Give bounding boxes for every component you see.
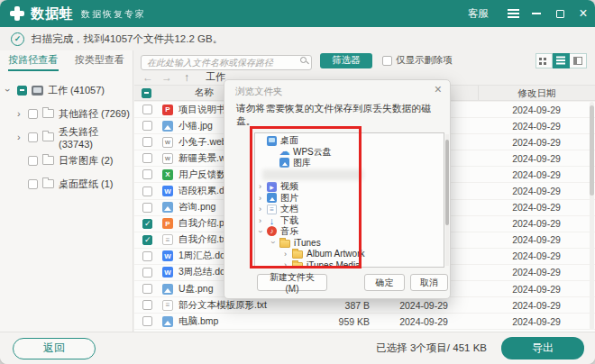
expand-arrow-icon[interactable] — [259, 182, 267, 191]
list-view-button[interactable] — [553, 53, 570, 68]
folder-tree-item[interactable]: 下载 — [255, 214, 444, 225]
folder-tree-item[interactable]: iTunes — [255, 237, 444, 248]
support-button[interactable]: 客服 — [468, 7, 489, 21]
expand-arrow-icon[interactable] — [17, 178, 27, 189]
file-row[interactable]: 电脑.bmp 959 KB 2024-09-29 2024-09-29 — [134, 314, 595, 330]
breadcrumb[interactable]: 工作 — [206, 70, 225, 84]
row-checkbox[interactable] — [142, 137, 152, 147]
webp-icon — [162, 153, 173, 164]
titlebar: 数据蛙 数据恢复专家 客服 × — [0, 0, 595, 27]
sidebar-tree-item[interactable]: 桌面壁纸 (1) — [0, 172, 133, 196]
deleted-only-toggle[interactable]: 仅显示删除项 — [382, 54, 453, 67]
expand-arrow-icon[interactable] — [284, 250, 292, 259]
menu-button[interactable] — [501, 0, 525, 27]
expand-arrow-icon[interactable] — [271, 238, 279, 247]
expand-arrow-icon[interactable] — [259, 216, 267, 225]
tree-checkbox[interactable] — [28, 156, 38, 166]
file-list-scrollbar[interactable] — [590, 102, 594, 330]
file-modified-date: 2024-09-29 — [478, 218, 595, 229]
folder-tree-item[interactable]: WPS云盘 — [255, 146, 444, 157]
row-checkbox[interactable] — [142, 121, 152, 131]
row-checkbox[interactable] — [142, 203, 152, 213]
folder-tree-item[interactable]: 图库 — [255, 158, 444, 168]
row-checkbox[interactable] — [142, 300, 152, 310]
grid-view-button[interactable] — [536, 53, 553, 68]
tree-checkbox[interactable] — [28, 132, 38, 142]
file-modified-date: 2024-09-29 — [478, 250, 595, 261]
expand-arrow-icon[interactable] — [271, 159, 279, 168]
expand-arrow-icon[interactable] — [259, 194, 267, 203]
ok-button[interactable]: 确定 — [364, 274, 405, 291]
minimize-button[interactable] — [525, 0, 548, 27]
cancel-button[interactable]: 取消 — [410, 274, 448, 291]
folder-tree-item[interactable]: 音乐 — [255, 226, 444, 237]
folder-tree-item[interactable]: 文档 — [255, 204, 444, 214]
png-icon — [162, 284, 173, 295]
expand-arrow-icon[interactable] — [17, 132, 27, 142]
folder-tree-item[interactable]: Album Artwork — [255, 249, 444, 259]
folder-tree-item[interactable]: 图片 — [255, 193, 444, 204]
tab-view-by-type[interactable]: 按类型查看 — [67, 50, 133, 71]
columns-view-button[interactable] — [570, 53, 587, 68]
tree-checkbox[interactable] — [17, 86, 27, 96]
dialog-close-icon[interactable]: × — [435, 82, 442, 96]
sidebar-tree-item[interactable]: 日常图库 (2) — [0, 149, 133, 172]
back-arrow-icon[interactable]: ← — [142, 71, 153, 84]
row-checkbox[interactable] — [142, 268, 152, 278]
back-button[interactable]: 返回 — [13, 338, 96, 359]
row-checkbox[interactable] — [142, 235, 152, 245]
tree-item-label: 其他路径 (7269) — [59, 107, 130, 121]
expand-arrow-icon[interactable] — [6, 85, 16, 96]
expand-arrow-icon[interactable] — [17, 155, 27, 166]
select-all-checkbox[interactable] — [142, 88, 151, 98]
row-checkbox[interactable] — [142, 105, 152, 114]
forward-arrow-icon[interactable]: → — [161, 71, 172, 84]
tree-checkbox[interactable] — [28, 109, 38, 119]
gallery-icon — [279, 158, 289, 168]
sidebar-tree-item[interactable]: 其他路径 (7269) — [0, 102, 133, 125]
columns-view-icon — [573, 57, 582, 65]
expand-arrow-icon[interactable] — [284, 260, 292, 268]
expand-arrow-icon[interactable] — [259, 227, 267, 236]
music-icon — [267, 226, 277, 236]
row-checkbox[interactable] — [142, 251, 152, 261]
dialog-scrollbar[interactable] — [445, 134, 449, 266]
expand-arrow-icon[interactable] — [259, 205, 267, 214]
sidebar-tree-item[interactable]: 工作 (41057) — [0, 78, 133, 102]
tab-view-by-path[interactable]: 按路径查看 — [0, 50, 67, 71]
sidebar-tree-item[interactable]: 丢失路径 (33743) — [0, 125, 133, 149]
new-folder-button[interactable]: 新建文件夹(M) — [257, 274, 327, 291]
file-modified-date: 2024-09-29 — [478, 316, 595, 327]
jpg-icon — [162, 121, 173, 132]
row-checkbox[interactable] — [142, 219, 152, 229]
app-window: 数据蛙 数据恢复专家 客服 × ✓ 扫描完成，找到41057个文件共12.2 G… — [0, 0, 595, 364]
modified-column-header[interactable]: 修改日期 — [478, 86, 595, 100]
filter-button[interactable]: 筛选器 — [320, 53, 372, 68]
browse-folder-dialog: 浏览文件夹 × 请勿将需要恢复的文件保存到原丢失数据的磁盘。 桌面 WPS云盘 … — [224, 79, 451, 299]
folder-tree-item[interactable] — [255, 168, 444, 181]
export-button[interactable]: 导出 — [501, 337, 584, 359]
folder-tree-item[interactable]: iTunes Media — [255, 259, 444, 268]
deleted-only-checkbox[interactable] — [382, 56, 392, 66]
row-checkbox[interactable] — [142, 153, 152, 163]
tree-checkbox[interactable] — [28, 179, 38, 189]
row-checkbox[interactable] — [142, 187, 152, 196]
close-button[interactable]: × — [572, 0, 595, 27]
check-circle-icon: ✓ — [11, 32, 24, 46]
deleted-only-label: 仅显示删除项 — [396, 54, 453, 67]
up-arrow-icon[interactable]: ↑ — [184, 71, 189, 84]
folder-tree-item[interactable]: 视频 — [255, 181, 444, 192]
search-input[interactable] — [141, 55, 312, 70]
txt-icon — [162, 300, 173, 311]
folder-icon — [42, 109, 54, 118]
scrollbar-thumb[interactable] — [590, 105, 594, 196]
row-checkbox[interactable] — [142, 316, 152, 326]
row-checkbox[interactable] — [142, 169, 152, 179]
maximize-button[interactable] — [548, 0, 572, 27]
expand-arrow-icon[interactable] — [259, 136, 267, 145]
expand-arrow-icon[interactable] — [17, 108, 27, 119]
row-checkbox[interactable] — [142, 284, 152, 294]
txt-icon — [162, 234, 173, 245]
file-row[interactable]: 部分文本模板原形.txt 387 B 2024-09-29 2024-09-29 — [134, 297, 595, 314]
dialog-scrollbar-thumb[interactable] — [445, 140, 449, 225]
